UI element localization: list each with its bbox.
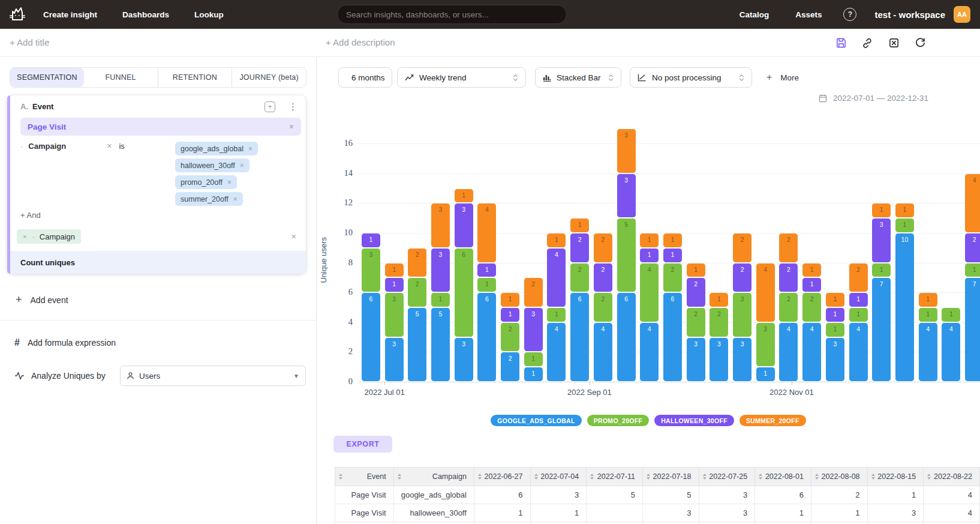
column-header[interactable]: 2022-07-18 <box>642 468 699 486</box>
column-header[interactable]: 2022-07-25 <box>699 468 755 486</box>
bar-segment-google_ads_global[interactable]: 4 <box>919 323 937 381</box>
clear-icon[interactable] <box>888 37 900 49</box>
bar-segment-summer_20off[interactable]: 2 <box>733 233 751 262</box>
bar-segment-promo_20off[interactable]: 3 <box>385 293 404 336</box>
column-header[interactable]: 2022-08-01 <box>755 468 811 486</box>
bar-segment-summer_20off[interactable]: 4 <box>477 203 496 262</box>
bar-segment-halloween_30off[interactable]: 1 <box>501 308 519 322</box>
bar-segment-promo_20off[interactable]: 1 <box>872 264 891 277</box>
close-icon[interactable]: × <box>289 122 294 131</box>
bar-segment-google_ads_global[interactable]: 4 <box>802 323 821 381</box>
bar-segment-summer_20off[interactable]: 2 <box>594 233 612 262</box>
save-icon[interactable] <box>835 37 847 49</box>
bar-segment-promo_20off[interactable]: 2 <box>570 264 589 292</box>
bar-segment-google_ads_global[interactable]: 3 <box>385 338 404 381</box>
bar-segment-summer_20off[interactable]: 1 <box>826 293 844 307</box>
add-event-button[interactable]: + Add event <box>16 294 68 306</box>
bar-segment-promo_20off[interactable]: 3 <box>362 248 380 292</box>
bar-segment-promo_20off[interactable]: 1 <box>431 293 450 307</box>
bar-segment-summer_20off[interactable]: 1 <box>501 293 519 307</box>
aggregation-label[interactable]: Count uniques <box>20 258 75 267</box>
legend-pill[interactable]: GOOGLE_ADS_GLOBAL <box>491 415 581 426</box>
bar-segment-halloween_30off[interactable]: 3 <box>455 203 473 247</box>
column-header[interactable]: 2022-08-15 <box>867 468 924 486</box>
refresh-icon[interactable] <box>914 37 926 49</box>
bar-segment-google_ads_global[interactable]: 3 <box>826 338 844 381</box>
bar-segment-google_ads_global[interactable]: 5 <box>431 308 450 381</box>
bar-segment-halloween_30off[interactable]: 1 <box>663 248 682 262</box>
aggregation-row[interactable]: Count uniques <box>7 251 306 274</box>
filter-value-chip[interactable]: summer_20off× <box>175 192 243 206</box>
nav-create-insight[interactable]: Create insight <box>42 7 98 23</box>
bar-segment-summer_20off[interactable]: 1 <box>895 203 914 217</box>
bar-segment-google_ads_global[interactable]: 6 <box>362 293 380 381</box>
column-header[interactable]: Campaign <box>393 468 474 486</box>
bar-segment-promo_20off[interactable]: 2 <box>687 308 705 337</box>
add-title-field[interactable]: + Add title <box>10 37 49 47</box>
column-header[interactable]: 2022-06-27 <box>474 468 530 486</box>
bar-segment-halloween_30off[interactable]: 2 <box>594 264 612 292</box>
sort-icon[interactable] <box>534 474 538 480</box>
column-header[interactable]: 2022-07-11 <box>587 468 643 486</box>
filter-value-chip[interactable]: halloween_30off× <box>175 158 249 172</box>
sort-icon[interactable] <box>590 474 594 480</box>
search-input[interactable] <box>346 10 558 19</box>
bar-segment-google_ads_global[interactable]: 3 <box>733 338 751 381</box>
add-description-field[interactable]: + Add description <box>326 37 395 47</box>
add-formula-button[interactable]: # Add formula expression <box>14 337 116 348</box>
bar-segment-summer_20off[interactable]: 1 <box>710 293 728 307</box>
breakdown-chip[interactable]: × · Campaign <box>17 229 81 244</box>
bar-segment-google_ads_global[interactable]: 1 <box>524 367 543 381</box>
bar-segment-promo_20off[interactable]: 1 <box>919 308 937 322</box>
close-icon[interactable]: × <box>107 142 112 206</box>
close-icon[interactable]: × <box>248 145 252 152</box>
close-icon[interactable]: × <box>233 196 238 203</box>
filter-operator[interactable]: is <box>119 142 124 206</box>
sort-icon[interactable] <box>647 474 650 480</box>
bar-segment-google_ads_global[interactable]: 4 <box>849 323 868 381</box>
bar-segment-halloween_30off[interactable]: 2 <box>733 264 751 292</box>
tab-retention[interactable]: RETENTION <box>158 68 232 87</box>
bar-segment-halloween_30off[interactable]: 1 <box>849 293 868 307</box>
bar-segment-summer_20off[interactable]: 2 <box>779 233 798 262</box>
bar-segment-summer_20off[interactable]: 3 <box>431 203 450 247</box>
bar-segment-summer_20off[interactable]: 2 <box>524 278 543 307</box>
bar-segment-halloween_30off[interactable]: 2 <box>965 233 980 262</box>
legend-pill[interactable]: SUMMER_20OFF <box>739 415 806 426</box>
event-selector-row[interactable]: Page Visit × <box>20 118 301 136</box>
bar-segment-google_ads_global[interactable]: 4 <box>942 323 960 381</box>
legend-pill[interactable]: PROMO_20OFF <box>587 415 649 426</box>
add-filter-icon[interactable]: + <box>264 101 275 112</box>
bar-segment-google_ads_global[interactable]: 3 <box>687 338 705 381</box>
column-header[interactable]: Event <box>335 468 394 486</box>
avatar[interactable]: AA <box>954 6 970 23</box>
nav-catalog[interactable]: Catalog <box>738 7 771 23</box>
bar-segment-summer_20off[interactable]: 1 <box>547 233 566 247</box>
nav-assets[interactable]: Assets <box>794 7 823 23</box>
help-icon[interactable]: ? <box>843 8 856 21</box>
cat-logo-icon[interactable] <box>7 4 28 25</box>
bar-segment-promo_20off[interactable]: 6 <box>455 248 473 337</box>
bar-segment-promo_20off[interactable]: 1 <box>826 323 844 337</box>
bar-segment-promo_20off[interactable]: 2 <box>594 293 612 322</box>
bar-segment-google_ads_global[interactable]: 7 <box>872 278 891 381</box>
bar-segment-promo_20off[interactable]: 2 <box>710 308 728 337</box>
bar-segment-promo_20off[interactable]: 1 <box>965 264 980 277</box>
global-search[interactable] <box>337 5 567 24</box>
sort-icon[interactable] <box>703 474 707 480</box>
nav-lookup[interactable]: Lookup <box>193 7 225 23</box>
bar-segment-halloween_30off[interactable]: 4 <box>547 248 566 307</box>
bar-segment-promo_20off[interactable]: 2 <box>663 264 682 292</box>
bar-segment-promo_20off[interactable]: 1 <box>849 308 868 322</box>
bar-segment-halloween_30off[interactable]: 1 <box>477 264 496 277</box>
column-header[interactable]: 2022-08-22 <box>924 468 980 486</box>
sort-icon[interactable] <box>927 474 931 480</box>
bar-segment-promo_20off[interactable]: 3 <box>756 323 775 366</box>
bar-segment-promo_20off[interactable]: 2 <box>802 293 821 322</box>
close-icon[interactable]: × <box>291 232 296 241</box>
filter-property[interactable]: Campaign <box>28 142 66 206</box>
bar-segment-halloween_30off[interactable]: 1 <box>802 278 821 292</box>
bar-segment-google_ads_global[interactable]: 2 <box>501 352 519 381</box>
bar-segment-promo_20off[interactable]: 2 <box>408 278 426 307</box>
bar-segment-google_ads_global[interactable]: 5 <box>408 308 426 381</box>
